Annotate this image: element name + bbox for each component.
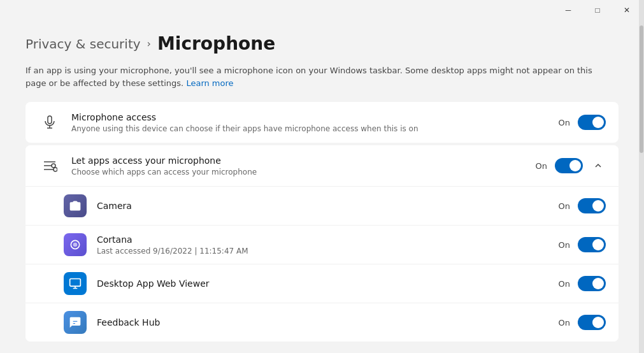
let-apps-text: Let apps access your microphone Choose w… (71, 155, 536, 176)
microphone-access-controls: On (559, 115, 606, 130)
microphone-access-title: Microphone access (71, 112, 559, 123)
let-apps-status: On (536, 161, 547, 171)
content-area: Privacy & security › Microphone If an ap… (0, 20, 644, 353)
let-apps-expand-button[interactable] (590, 158, 606, 173)
cortana-app-text: Cortana Last accessed 9/16/2022 | 11:15:… (97, 234, 559, 256)
chevron-up-icon (594, 162, 602, 169)
title-bar: ─ □ ✕ (0, 0, 644, 20)
camera-icon (69, 199, 82, 212)
feedback-app-icon (64, 311, 87, 334)
cortana-app-icon (64, 233, 87, 256)
microphone-access-toggle[interactable] (578, 115, 606, 130)
svg-point-7 (54, 168, 57, 171)
let-apps-icon (38, 154, 61, 177)
microphone-access-status: On (559, 118, 570, 127)
camera-app-name: Camera (97, 200, 559, 212)
camera-app-row: Camera On (25, 187, 619, 226)
cortana-app-toggle[interactable] (578, 237, 606, 252)
svg-point-9 (73, 243, 78, 247)
breadcrumb-parent[interactable]: Privacy & security (25, 36, 141, 52)
learn-more-link[interactable]: Learn more (186, 78, 233, 88)
camera-app-toggle[interactable] (578, 198, 606, 213)
let-apps-toggle[interactable] (555, 158, 583, 173)
let-apps-controls: On (536, 158, 606, 173)
minimize-button[interactable]: ─ (554, 0, 583, 20)
cortana-icon (69, 238, 82, 251)
breadcrumb-separator: › (147, 38, 151, 50)
desktop-app-icon (64, 272, 87, 295)
scrollbar[interactable] (639, 0, 644, 353)
feedback-app-controls: On (559, 315, 606, 330)
feedback-app-status: On (559, 318, 570, 328)
microphone-access-row: Microphone access Anyone using this devi… (25, 102, 619, 143)
svg-rect-0 (48, 116, 52, 124)
description-text: If an app is using your microphone, you'… (25, 66, 592, 88)
page-description: If an app is using your microphone, you'… (25, 64, 612, 89)
cortana-app-status: On (559, 240, 570, 250)
svg-rect-10 (70, 279, 81, 287)
feedback-app-toggle[interactable] (578, 315, 606, 330)
desktop-app-toggle[interactable] (578, 276, 606, 291)
camera-app-icon (64, 194, 87, 217)
cortana-app-name: Cortana (97, 234, 559, 245)
feedback-app-row: Feedback Hub On (25, 303, 619, 342)
feedback-app-name: Feedback Hub (97, 317, 559, 328)
desktop-app-text: Desktop App Web Viewer (97, 278, 559, 289)
close-button[interactable]: ✕ (612, 0, 641, 20)
let-apps-title: Let apps access your microphone (71, 155, 536, 166)
let-apps-card: Let apps access your microphone Choose w… (25, 145, 619, 342)
microphone-access-card: Microphone access Anyone using this devi… (25, 102, 619, 143)
microphone-access-subtitle: Anyone using this device can choose if t… (71, 124, 559, 133)
cortana-app-controls: On (559, 237, 606, 252)
camera-app-status: On (559, 201, 570, 211)
desktop-app-controls: On (559, 276, 606, 291)
let-apps-subtitle: Choose which apps can access your microp… (71, 168, 536, 176)
camera-app-controls: On (559, 198, 606, 213)
desktop-app-row: Desktop App Web Viewer On (25, 264, 619, 303)
breadcrumb: Privacy & security › Microphone (25, 33, 619, 54)
desktop-app-name: Desktop App Web Viewer (97, 278, 559, 289)
cortana-app-row: Cortana Last accessed 9/16/2022 | 11:15:… (25, 226, 619, 264)
microphone-access-text: Microphone access Anyone using this devi… (71, 112, 559, 133)
scrollbar-thumb[interactable] (640, 25, 643, 153)
let-apps-row: Let apps access your microphone Choose w… (25, 145, 619, 187)
camera-app-text: Camera (97, 200, 559, 212)
svg-point-6 (52, 164, 55, 168)
feedback-app-text: Feedback Hub (97, 317, 559, 328)
cortana-app-subtitle: Last accessed 9/16/2022 | 11:15:47 AM (97, 247, 559, 256)
desktop-icon (69, 277, 82, 290)
microphone-icon (38, 111, 61, 134)
feedback-icon (69, 316, 82, 329)
maximize-button[interactable]: □ (583, 0, 612, 20)
page-title: Microphone (157, 33, 275, 54)
desktop-app-status: On (559, 279, 570, 289)
